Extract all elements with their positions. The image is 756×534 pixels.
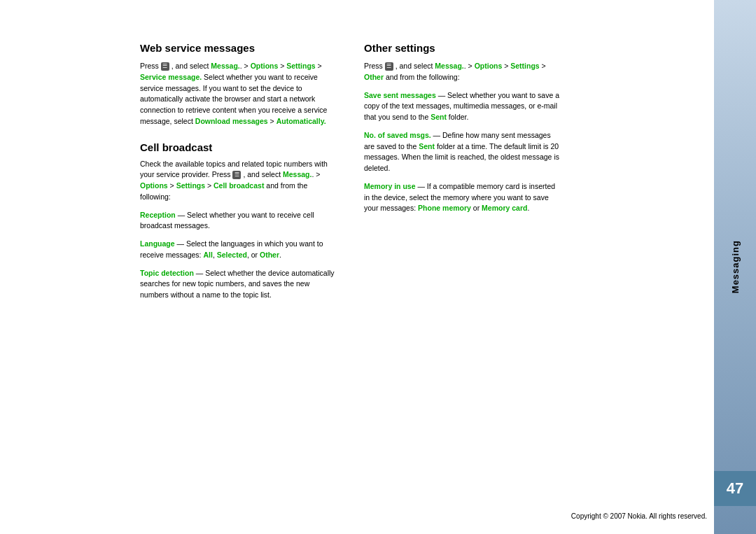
web-service-options-link: Options xyxy=(251,62,279,70)
web-service-body: Press ☰ , and select Messag.. > Options … xyxy=(140,61,336,127)
cb-link: Cell broadcast xyxy=(214,181,264,190)
no-saved-sent: Sent xyxy=(419,142,435,150)
no-saved-label: No. of saved msgs. xyxy=(364,131,431,139)
menu-icon: ☰ xyxy=(161,62,169,71)
memory-card-link: Memory card xyxy=(482,204,527,212)
topic-label: Topic detection xyxy=(140,269,194,277)
sidebar-right: Messaging 47 xyxy=(714,0,756,534)
memory-in-use-label: Memory in use xyxy=(364,182,416,190)
other-settings-section: Other settings Press ☰ , and select Mess… xyxy=(364,42,560,214)
cell-broadcast-section: Cell broadcast Check the available topic… xyxy=(140,141,336,301)
cb-settings-link: Settings xyxy=(176,181,205,190)
right-column: Other settings Press ☰ , and select Mess… xyxy=(364,42,560,506)
os-settings-link: Settings xyxy=(510,62,539,70)
footer: Copyright © 2007 Nokia. All rights reser… xyxy=(571,512,707,520)
os-messag-link: Messag. xyxy=(435,62,463,70)
web-service-section: Web service messages Press ☰ , and selec… xyxy=(140,42,336,127)
save-sent-body: Save sent messages — Select whether you … xyxy=(364,90,560,123)
menu-icon-3: ☰ xyxy=(385,62,393,71)
menu-icon-2: ☰ xyxy=(232,171,241,179)
memory-in-use-body: Memory in use — If a compatible memory c… xyxy=(364,181,560,214)
sidebar-label: Messaging xyxy=(730,240,741,293)
cell-broadcast-body: Check the available topics and related t… xyxy=(140,159,336,203)
topic-body: Topic detection — Select whether the dev… xyxy=(140,268,336,301)
web-service-service-message-link: Service message. xyxy=(140,73,202,81)
page-container: Web service messages Press ☰ , and selec… xyxy=(0,0,756,534)
web-service-messag-link: Messag. xyxy=(211,62,239,70)
other-settings-body: Press ☰ , and select Messag.. > Options … xyxy=(364,61,560,83)
main-content: Web service messages Press ☰ , and selec… xyxy=(0,0,714,534)
reception-label: Reception xyxy=(140,211,176,219)
language-body: Language — Select the languages in which… xyxy=(140,239,336,261)
os-options-link: Options xyxy=(475,62,503,70)
cb-options-link: Options xyxy=(140,181,168,190)
save-sent-label: Save sent messages xyxy=(364,91,436,99)
phone-memory-link: Phone memory xyxy=(418,204,471,212)
reception-body: Reception — Select whether you want to r… xyxy=(140,210,336,232)
cb-messag-link: Messag. xyxy=(283,170,312,178)
language-selected: Selected xyxy=(217,251,247,259)
no-saved-body: No. of saved msgs. — Define how many sen… xyxy=(364,130,560,174)
other-settings-title: Other settings xyxy=(364,42,560,54)
save-sent-folder: Sent xyxy=(430,113,447,121)
language-other: Other xyxy=(260,251,279,259)
web-service-automatically-link: Automatically. xyxy=(276,117,326,125)
left-column: Web service messages Press ☰ , and selec… xyxy=(140,42,336,506)
sidebar-label-area: Messaging xyxy=(714,0,756,534)
copyright-text: Copyright © 2007 Nokia. All rights reser… xyxy=(571,512,707,520)
cell-broadcast-title: Cell broadcast xyxy=(140,141,336,153)
page-number-box: 47 xyxy=(714,471,756,506)
language-all: All xyxy=(203,251,212,259)
web-service-title: Web service messages xyxy=(140,42,336,54)
web-service-download-link: Download messages xyxy=(195,117,268,125)
os-other-link: Other xyxy=(364,73,384,81)
page-number: 47 xyxy=(727,479,743,498)
language-label: Language xyxy=(140,239,175,248)
web-service-settings-link: Settings xyxy=(286,62,315,70)
